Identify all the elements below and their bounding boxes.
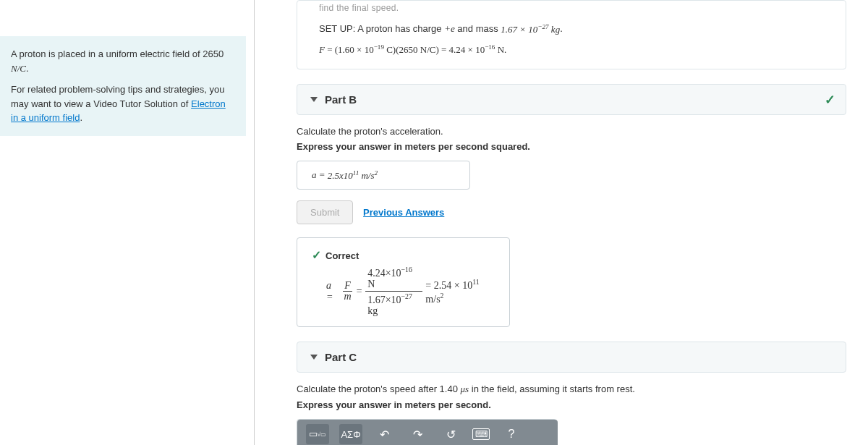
correct-feedback-box: ✓Correct a = F m = 4.24×10−16 N 1.67×10−… (297, 237, 510, 328)
undo-icon[interactable]: ↶ (373, 424, 396, 444)
part-c-instruction: Express your answer in meters per second… (297, 399, 846, 410)
reset-icon[interactable]: ↺ (439, 424, 462, 444)
problem-statement-panel: A proton is placed in a uniform electric… (0, 36, 246, 136)
collapse-icon (310, 97, 318, 102)
help-icon[interactable]: ? (500, 424, 523, 444)
part-b-question: Calculate the proton's acceleration. (297, 126, 846, 137)
part-c-header[interactable]: Part C (297, 342, 846, 373)
part-b-title: Part B (325, 93, 357, 106)
part-b-header[interactable]: Part B ✓ (297, 84, 846, 115)
previous-answers-link[interactable]: Previous Answers (356, 201, 451, 224)
check-icon: ✓ (312, 249, 321, 261)
worked-equation: a = F m = 4.24×10−16 N 1.67×10−27 kg = 2… (326, 266, 495, 317)
correct-heading: ✓Correct (312, 248, 495, 262)
force-equation: F = (1.60 × 10−19 C)(2650 N/C) = 4.24 × … (319, 42, 824, 58)
part-b-buttons: Submit Previous Answers (297, 200, 846, 224)
hint-text: For related problem-solving tips and str… (11, 82, 235, 125)
part-c-question: Calculate the proton's speed after 1.40 … (297, 383, 846, 395)
part-c-body: Calculate the proton's speed after 1.40 … (297, 383, 846, 445)
templates-tool-icon[interactable]: ▭√▭ (306, 424, 329, 444)
submit-button-disabled: Submit (297, 200, 353, 224)
vertical-divider (254, 0, 255, 445)
main-content: find the final speed. SET UP: A proton h… (268, 0, 854, 445)
setup-line: SET UP: A proton has charge +e and mass … (319, 21, 824, 37)
part-b-answer-display: a = 2.5x1011 m/s2 (297, 161, 470, 189)
problem-text: A proton is placed in a uniform electric… (11, 47, 235, 75)
keyboard-icon[interactable]: ⌨ (472, 428, 490, 440)
solution-identify-box: find the final speed. SET UP: A proton h… (297, 0, 846, 69)
truncated-line: find the final speed. (319, 1, 824, 15)
part-c-title: Part C (325, 351, 357, 363)
unit: N/C (11, 63, 26, 74)
greek-tool-icon[interactable]: ΑΣΦ (339, 424, 362, 444)
text: A proton is placed in a uniform electric… (11, 48, 224, 59)
check-icon: ✓ (825, 92, 835, 108)
redo-icon[interactable]: ↷ (406, 424, 429, 444)
collapse-icon (310, 355, 318, 360)
equation-toolbar: ▭√▭ ΑΣΦ ↶ ↷ ↺ ⌨ ? (297, 420, 558, 445)
part-b-body: Calculate the proton's acceleration. Exp… (297, 126, 846, 327)
answer-input-container: ▭√▭ ΑΣΦ ↶ ↷ ↺ ⌨ ? v = m/s (297, 419, 557, 445)
part-b-instruction: Express your answer in meters per second… (297, 141, 846, 152)
